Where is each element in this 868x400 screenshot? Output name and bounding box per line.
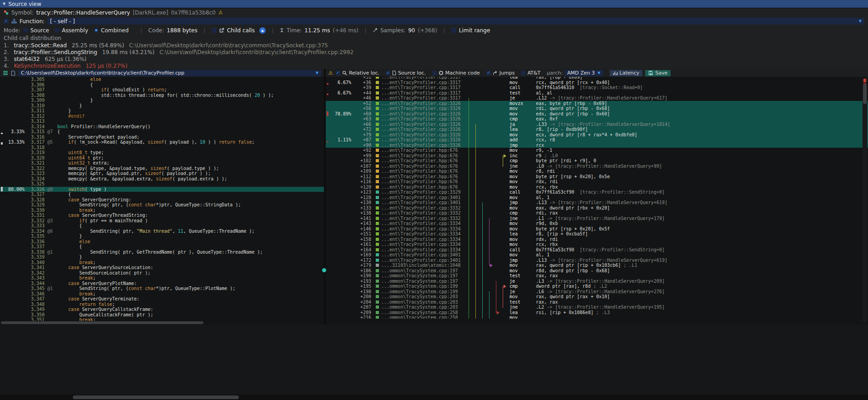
function-checkbox[interactable] (4, 19, 9, 24)
source-line[interactable]: 3,306 { (0, 82, 324, 88)
source-line[interactable]: 3,329 SendString( ptr, (const char*)ptr,… (0, 202, 324, 208)
source-line[interactable]: 3,343 break; (0, 275, 324, 281)
source-line[interactable]: 3,347 case ServerQueryTerminate: (0, 296, 324, 302)
source-line[interactable]: 3,334@6 SendString( ptr, "Main thread", … (0, 229, 324, 234)
asm-line[interactable]: +143...ent\TracyProfiler.cpp:3334movr9d,… (326, 221, 868, 226)
asm-line[interactable]: +109...ent\TracyProfiler.hpp:676movr8, r… (326, 169, 868, 174)
asm-line[interactable]: +200...ommon\TracySystem.cpp:203movrax, … (326, 294, 868, 300)
source-loc-checkbox[interactable] (386, 71, 390, 75)
source-line[interactable]: 3,321 uint32_t extra; (0, 160, 324, 166)
source-line[interactable]: 3,335 } (0, 234, 324, 239)
asm-line[interactable]: +190...ommon\TracySystem.cpp:197testrax,… (326, 273, 868, 279)
child-call-row[interactable]: 3.stat64i32625 μs (1.36%) (0, 55, 868, 62)
asm-line[interactable]: +151...ent\TracyProfiler.cpp:3334lear8, … (326, 231, 868, 237)
source-line[interactable]: 3,350 QueueCallstackFrame( ptr ); (0, 312, 324, 318)
source-line[interactable]: 3,322 memcpy( &type, &payload.type, size… (0, 166, 324, 171)
machine-code-checkbox[interactable] (432, 71, 437, 75)
source-line[interactable]: 3,314bool Profiler::HandleServerQuery() (0, 124, 324, 130)
source-line[interactable]: 3,307 if( shouldExit ) return; (0, 87, 324, 93)
asm-line[interactable]: +72...ent\TracyProfiler.cpp:3326lear8, [… (326, 127, 868, 132)
asm-line[interactable]: +46...ent\TracyProfiler.cpp:3317je.L12 -… (326, 95, 868, 101)
propagate-up-button[interactable]: ▲ (259, 27, 266, 34)
source-line[interactable]: 3,351 break; (0, 317, 324, 321)
asm-line[interactable]: +195...ommon\TracySystem.cpp:199cmpdword… (326, 284, 868, 289)
child-calls-checkbox[interactable] (212, 28, 217, 33)
asm-line[interactable]: +52...ent\TracyProfiler.cpp:3326movzxeax… (326, 101, 868, 106)
file-list-icon[interactable] (3, 70, 8, 75)
source-line[interactable]: 3,338@1 SendString( ptr, GetThreadName( … (0, 250, 324, 255)
source-line[interactable]: 3,318 (0, 145, 324, 150)
asm-line[interactable]: +161...ent\TracyProfiler.cpp:3334movrcx,… (326, 242, 868, 247)
source-line[interactable]: 3,331 case ServerQueryThreadString: (0, 213, 324, 218)
source-line[interactable]: 3,336 else (0, 239, 324, 245)
function-combo[interactable]: [ - self - ] ▼ (47, 18, 864, 25)
radio-icon[interactable] (23, 28, 28, 33)
source-line[interactable]: 3,313 (0, 119, 324, 124)
source-line[interactable]: 3,346 break; (0, 291, 324, 297)
scrollbar-thumb[interactable] (863, 84, 867, 104)
asm-line[interactable]: +133...ent\TracyProfiler.cpp:3332moveax,… (326, 205, 868, 211)
source-line[interactable]: 3,308 std::this_thread::sleep_for( std::… (0, 93, 324, 98)
asm-line[interactable]: +209...ommon\TracySystem.cpp:258learsi, … (326, 310, 868, 315)
asm-line[interactable]: +164...ent\TracyProfiler.cpp:3334call0x7… (326, 247, 868, 253)
asm-line[interactable]: +158...ent\TracyProfiler.cpp:3334movrdx,… (326, 237, 868, 242)
radio-icon[interactable] (94, 28, 99, 33)
child-call-row[interactable]: 1.tracy::Socket::Read25.25 ms (54.89%)C:… (0, 42, 868, 49)
radio-icon[interactable] (55, 28, 60, 33)
asm-line[interactable]: +39...ent\TracyProfiler.cpp:3317call0x7f… (326, 85, 868, 90)
asm-line[interactable]: +204...ommon\TracySystem.cpp:203testrax,… (326, 300, 868, 305)
asm-line[interactable]: +207...ommon\TracySystem.cpp:203jne.L2 -… (326, 305, 868, 310)
source-line[interactable]: 3,305 else (0, 77, 324, 82)
asm-line[interactable]: +102...ent\TracyProfiler.hpp:676cmpbyte … (326, 158, 868, 164)
source-line[interactable]: 3,327 { (0, 192, 324, 197)
source-line[interactable]: 3.33%3,315@7{ (0, 129, 324, 135)
asm-line[interactable]: +123...ent\TracyProfiler.cpp:3329call0x7… (326, 190, 868, 195)
source-line[interactable]: 3,344 case ServerQueryPlotName: (0, 281, 324, 286)
uarch-combo[interactable]: AMD Zen 3 ▼ (565, 70, 603, 76)
source-line[interactable]: 80.00%3,326@9 switch( type ) (0, 187, 324, 192)
source-line[interactable]: 3,325 (0, 181, 324, 187)
asm-line[interactable]: 6.67%+36...ent\TracyProfiler.cpp:3317mov… (326, 80, 868, 85)
chevron-down-icon[interactable]: ▼ (316, 71, 318, 75)
source-line[interactable]: 3,345@1 SendString( ptr, (const char*)pt… (0, 286, 324, 291)
source-line[interactable]: 3,349 case ServerQueryCallstackFrame: (0, 307, 324, 312)
mode-radio-combined[interactable]: Combined (94, 27, 129, 34)
source-line[interactable]: 3,324 memcpy( &extra, &payload.extra, si… (0, 176, 324, 182)
source-line[interactable]: 13.33%3,317@5 if( !m_sock->Read( &payloa… (0, 140, 324, 145)
asm-line[interactable]: +130...ent\TracyProfiler.cpp:3401jmp.L13… (326, 200, 868, 205)
source-line[interactable]: 3,348 return false; (0, 302, 324, 307)
source-line[interactable]: 3,311 } (0, 108, 324, 114)
limit-range-checkbox[interactable] (451, 28, 456, 33)
source-line[interactable]: 3,319 uint8_t type; (0, 150, 324, 155)
file-combo[interactable]: C:\Users\wolf\Desktop\darkrl\contrib\tra… (18, 70, 321, 76)
source-line[interactable]: 3,316 ServerQueryPacket payload; (0, 135, 324, 140)
mode-radio-assembly[interactable]: Assembly (55, 27, 88, 34)
asm-line[interactable]: +112...ent\TracyProfiler.hpp:676movbyte … (326, 174, 868, 180)
source-loc-toggle[interactable]: Source loc. (386, 70, 426, 76)
asm-line[interactable]: 78.89%+60...ent\TracyProfiler.cpp:3326mo… (326, 111, 868, 117)
asm-line[interactable]: +99...ent\TracyProfiler.hpp:676incr9 ; .… (326, 153, 868, 159)
child-call-row[interactable]: 2.tracy::Profiler::SendLongString19.88 m… (0, 49, 868, 55)
asm-line[interactable]: +107...ent\TracyProfiler.hpp:676jne.L0 -… (326, 164, 868, 169)
source-line[interactable]: 3,341 case ServerQuerySourceLocation: (0, 265, 324, 270)
asm-line[interactable]: +66...ent\TracyProfiler.cpp:3326ja.L33 -… (326, 122, 868, 127)
chevron-down-icon[interactable]: ▼ (598, 71, 601, 75)
relative-loc-checkbox[interactable] (336, 71, 340, 75)
asm-line[interactable]: +138...ent\TracyProfiler.cpp:3332cmprdi,… (326, 210, 868, 216)
source-line[interactable]: 3,328 case ServerQueryString: (0, 197, 324, 203)
asm-line[interactable]: 1.11%+87...ent\TracyProfiler.cpp:3326add… (326, 137, 868, 143)
asm-line[interactable]: +79...ent\TracyProfiler.cpp:3326movecx, … (326, 132, 868, 138)
asm-line[interactable]: +120...ent\TracyProfiler.hpp:676movrcx, … (326, 185, 868, 190)
source-line[interactable]: 3,310 } (0, 103, 324, 109)
asm-line[interactable]: +169...ent\TracyProfiler.cpp:3401moval, … (326, 252, 868, 258)
source-line[interactable]: 3,332@3 if( ptr == m_mainThread ) (0, 218, 324, 224)
scrollbar-thumb[interactable] (1, 321, 203, 324)
source-line[interactable]: 3,309 } (0, 98, 324, 103)
source-line[interactable]: 3,340 break; (0, 260, 324, 265)
asm-line[interactable]: +63...ent\TracyProfiler.cpp:3326cmpeax, … (326, 116, 868, 122)
asm-line[interactable]: +172...ent\TracyProfiler.cpp:3401jmp.L13… (326, 258, 868, 263)
mode-radio-source[interactable]: Source (23, 27, 49, 34)
source-line[interactable]: 3,333 { (0, 223, 324, 229)
source-line[interactable]: 3,330 break; (0, 208, 324, 213)
asm-line[interactable]: +186...ommon\TracySystem.cpp:197movr8d, … (326, 268, 868, 274)
